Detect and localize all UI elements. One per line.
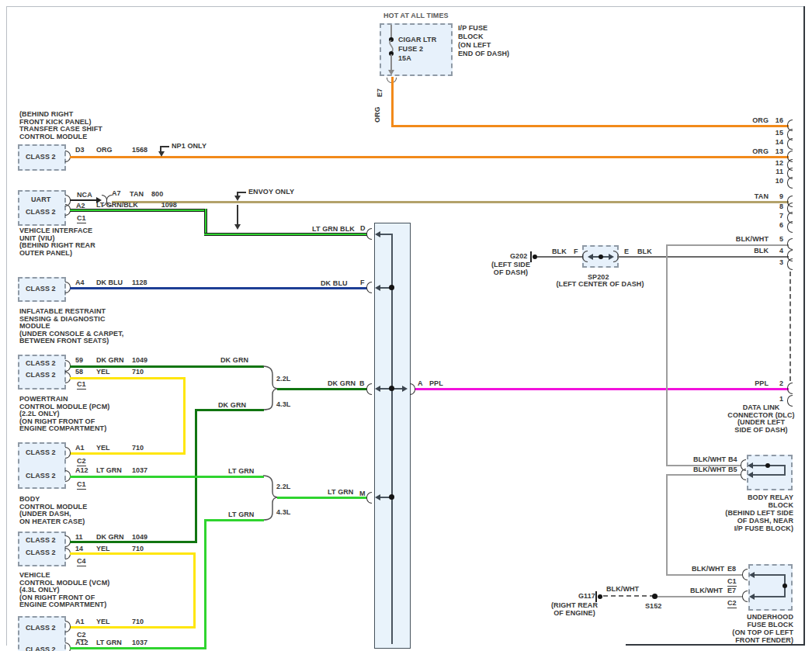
sp202-junction-dot — [599, 255, 603, 259]
sp202-arrow-icon — [609, 254, 614, 260]
circuit-label: 1049 — [132, 356, 147, 365]
fuse-exit-arrow-icon — [388, 70, 394, 75]
srs-module-label: INFLATABLE RESTRAINT SENSING & DIAGNOSTI… — [19, 308, 123, 345]
dlc-pin-number: 2 — [771, 379, 783, 388]
pin-label: A1 — [75, 444, 88, 452]
bcm-class2-label-2: CLASS 2 — [26, 472, 56, 480]
bus-d-color-label: LT GRN BLK — [312, 225, 355, 234]
dlc-pin-wire-color-label: ORG — [714, 116, 769, 125]
wire-blk-g202-sp202 — [537, 256, 583, 258]
circuit-label: 1128 — [132, 279, 147, 287]
wire-color-label: ORG — [96, 146, 124, 154]
srs-class2-label: CLASS 2 — [26, 285, 56, 293]
dlc-pin-bracket — [787, 138, 793, 150]
bus-pin-a-label: A — [418, 379, 423, 388]
pcm-conn-c1-label: C1 — [77, 380, 86, 390]
pin-label: A12 — [75, 466, 88, 475]
dlc-pin-number: 16 — [771, 116, 783, 125]
bus-m-color-label: LT GRN — [328, 488, 353, 497]
srs-pin-row: A4 DK BLU 1128 — [75, 279, 147, 287]
circuit-label: 710 — [132, 444, 144, 452]
uhfb-bracket — [742, 590, 748, 602]
g202-ground-icon — [530, 251, 532, 262]
bcm-conn-c2-label: C2 — [77, 457, 86, 466]
wire-dkgrn-to-bus-b — [277, 388, 367, 390]
variant-43l-label: 4.3L — [276, 400, 290, 409]
pin-label: D3 — [75, 146, 88, 154]
wire-ltgrn-to-bus-m — [277, 497, 367, 499]
circuit-label: 1037 — [132, 466, 147, 475]
dlc-pin-wire-color-label: PPL — [714, 379, 769, 388]
bottom-pin-row-2: A12 LT GRN 1037 — [75, 639, 147, 647]
brb-arrow-icon — [748, 472, 753, 478]
bus-pin-f-label: F — [360, 279, 365, 287]
ip-fuse-block-location-label: I/P FUSE BLOCK (ON LEFT END OF DASH) — [458, 24, 509, 58]
fuse-name-label: CIGAR LTR FUSE 2 15A — [398, 35, 436, 63]
dlc-pin-number: 11 — [771, 168, 783, 176]
vcm-module-label: VEHICLE CONTROL MODULE (VCM) (4.3L ONLY)… — [19, 572, 109, 609]
dlc-pin-number: 12 — [771, 159, 783, 168]
bus-arrow-icon — [375, 285, 380, 291]
dkgrn-color-label: DK GRN — [218, 401, 246, 410]
dlc-pin-number: 1 — [771, 395, 783, 403]
dlc-pin-number: 13 — [771, 147, 783, 156]
circuit-label: 710 — [132, 368, 144, 376]
dlc-pin-number: 4 — [771, 247, 783, 255]
dlc-pin-number: 7 — [771, 212, 783, 220]
variant-22l-label: 2.2L — [276, 483, 290, 491]
viu-module-label: VEHICLE INTERFACE UNIT (VIU) (BEHIND RIG… — [19, 227, 95, 257]
fuse-wire-color-label: ORG — [373, 106, 382, 123]
wire-blk-sp202-dlc4 — [617, 256, 789, 258]
uhfb-internal-h2 — [753, 596, 786, 597]
bottom-class2-label-1: CLASS 2 — [26, 624, 56, 632]
wire-yel-710-vcm-h — [70, 552, 196, 555]
uhfb-pin-e7-label: E7 — [727, 587, 736, 595]
wire-yel-710-pcm-h — [70, 377, 186, 379]
wire-color-label: DK GRN — [96, 356, 124, 365]
blkwht-color-label: BLK/WHT — [690, 587, 723, 595]
wire-blkwht-dlc5 — [666, 244, 789, 246]
blkwht-color-label: BLK/WHT — [692, 565, 724, 573]
bus-pin-bracket — [366, 492, 372, 504]
bus-pin-bracket — [366, 228, 372, 240]
blkwht-color-label: BLK/WHT — [693, 466, 726, 474]
dlc-pin-bracket — [787, 383, 793, 394]
dlc-pin-bracket — [787, 177, 793, 189]
brb-pin-b4-label: B4 — [728, 455, 737, 464]
brb-arrow-icon — [748, 462, 753, 469]
hot-at-all-times-label: HOT AT ALL TIMES — [383, 12, 449, 20]
frame-bottom — [626, 644, 805, 646]
pin-label: A12 — [75, 639, 88, 647]
uhfb-arrow-icon — [749, 572, 755, 578]
envoy-only-label: ENVOY ONLY — [248, 188, 294, 196]
bus-pin-m-label: M — [359, 490, 366, 498]
envoy-flag-tick — [237, 192, 246, 193]
blkwht-color-label: BLK/WHT — [693, 455, 726, 464]
dlc-pin-wire-color-label: BLK — [714, 247, 769, 255]
wire-nca-stub — [70, 199, 98, 201]
wire-org-1568 — [70, 156, 789, 158]
wire-ltgrnblk-1098-v — [204, 209, 207, 235]
bus-arrow-icon — [402, 386, 408, 392]
viu-class2-label: CLASS 2 — [26, 208, 56, 216]
sp202-pin-e-label: E — [624, 248, 629, 256]
wire-color-label: DK BLU — [96, 279, 124, 287]
bus-arrow-icon — [375, 386, 380, 392]
variant-22l-label: 2.2L — [276, 375, 290, 383]
dlc-pin-number: 3 — [771, 258, 783, 267]
bus-pin-b-label: B — [359, 379, 365, 388]
wire-yel-710-vcm-v — [193, 552, 196, 628]
brb-bracket — [741, 469, 746, 480]
bus-internal-line — [391, 234, 393, 644]
blk-color-label: BLK — [552, 248, 567, 256]
sp202-pin-f-label: F — [574, 248, 578, 256]
bus-pin-bracket — [366, 383, 372, 395]
bus-arrow-icon — [375, 494, 380, 500]
bottom-pin-row-1: A1 YEL 710 — [75, 618, 144, 626]
wire-blkwht-b5 — [666, 474, 741, 476]
envoy-arrow-icon — [234, 224, 241, 230]
dlc-label: DATA LINK CONNECTOR (DLC) (UNDER LEFT SI… — [720, 404, 802, 434]
uhfb-conn-c2-label: C2 — [727, 599, 737, 608]
transfer-case-module-label: (BEHIND RIGHT FRONT KICK PANEL) TRANSFER… — [19, 111, 102, 140]
transfer-case-class2-label: CLASS 2 — [26, 153, 56, 161]
